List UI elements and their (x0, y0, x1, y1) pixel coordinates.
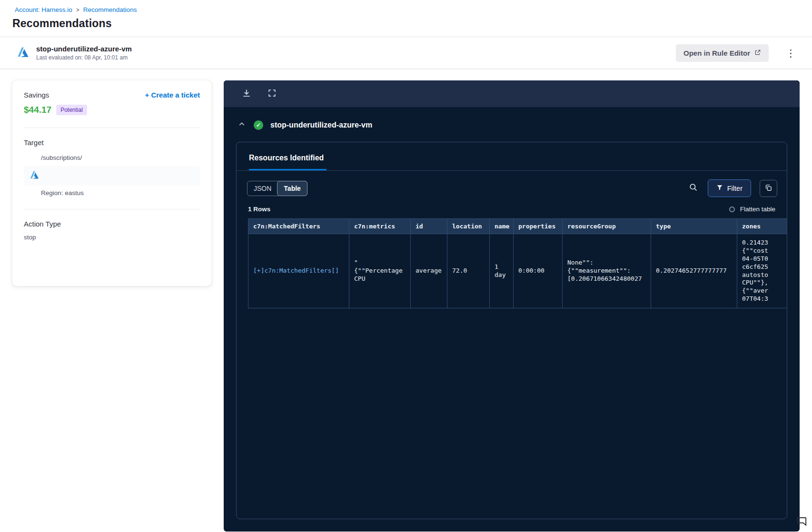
target-label: Target (24, 138, 200, 147)
last-evaluated-text: Last evaluated on: 08 Apr, 10:01 am (36, 54, 132, 61)
success-check-icon: ✓ (254, 120, 263, 130)
col-header-type: type (651, 219, 737, 234)
table-row: [+]c7n:MatchedFilters[] " {""Percentage … (248, 234, 787, 308)
target-subscription-path: /subscriptions/ (41, 154, 200, 161)
flatten-table-toggle[interactable]: Flatten table (729, 206, 775, 213)
col-header-metrics: c7n:metrics (349, 219, 411, 234)
col-header-zones: zones (737, 219, 787, 234)
breadcrumb: Account: Harness.io > Recommendations (0, 0, 812, 13)
potential-badge: Potential (56, 105, 87, 115)
col-header-location: location (447, 219, 490, 234)
col-header-resourcegroup: resourceGroup (563, 219, 651, 234)
savings-card: Savings + Create a ticket $44.17 Potenti… (12, 80, 211, 286)
open-in-rule-editor-label: Open in Rule Editor (683, 49, 750, 57)
header-title-block: stop-underutilized-azure-vm Last evaluat… (36, 45, 132, 61)
table-meta-row: 1 Rows Flatten table (237, 197, 787, 218)
expand-fullscreen-button[interactable] (267, 88, 277, 100)
flatten-toggle-dot (729, 207, 735, 212)
fullscreen-icon (267, 89, 277, 99)
table-header-row: c7n:MatchedFilters c7n:metrics id locati… (248, 219, 787, 234)
recommendation-header-bar: stop-underutilized-azure-vm Last evaluat… (0, 37, 812, 69)
cell-metrics: " {""Percentage CPU (349, 234, 411, 308)
cell-type: 0.20274652777777777 (651, 234, 737, 308)
panel-title-row: ✓ stop-underutilized-azure-vm (224, 107, 800, 130)
filter-button[interactable]: Filter (708, 179, 751, 197)
cell-matchedfilters-expander[interactable]: [+]c7n:MatchedFilters[] (248, 234, 349, 308)
resources-table: c7n:MatchedFilters c7n:metrics id locati… (248, 218, 787, 308)
card-divider (24, 128, 200, 128)
search-button[interactable] (688, 182, 699, 195)
resources-panel: Resources Identified JSON Table (236, 142, 787, 519)
panel-rule-title: stop-underutilized-azure-vm (270, 121, 372, 129)
breadcrumb-separator: > (76, 7, 79, 13)
page-title: Recommendations (12, 17, 812, 30)
view-toggle-table[interactable]: Table (277, 181, 307, 196)
col-header-matchedfilters: c7n:MatchedFilters (248, 219, 349, 234)
create-ticket-link[interactable]: + Create a ticket (145, 91, 200, 99)
tab-resources-identified[interactable]: Resources Identified (249, 154, 327, 170)
azure-target-icon (30, 173, 40, 181)
help-chat-button[interactable] (796, 515, 808, 529)
cell-properties: 0:00:00 (514, 234, 563, 308)
flatten-table-label: Flatten table (740, 206, 775, 213)
search-icon (689, 183, 698, 194)
view-toggle-json[interactable]: JSON (248, 181, 277, 196)
header-left: stop-underutilized-azure-vm Last evaluat… (17, 45, 132, 61)
copy-button[interactable] (760, 180, 777, 197)
download-icon (242, 89, 251, 99)
rows-count: 1 Rows (248, 206, 270, 213)
main-content: Savings + Create a ticket $44.17 Potenti… (0, 69, 812, 532)
action-type-label: Action Type (24, 220, 200, 228)
chat-bubble-icon (796, 521, 808, 529)
view-toggle: JSON Table (247, 181, 307, 196)
breadcrumb-account-link[interactable]: Account: Harness.io (15, 6, 72, 13)
header-right: Open in Rule Editor ⋮ (676, 44, 799, 62)
cell-name: 1 day (490, 234, 514, 308)
collapse-section-button[interactable] (237, 119, 247, 130)
chevron-up-icon (238, 120, 246, 129)
open-in-rule-editor-button[interactable]: Open in Rule Editor (676, 44, 769, 62)
col-header-properties: properties (514, 219, 563, 234)
col-header-id: id (411, 219, 447, 234)
external-link-icon (754, 49, 761, 57)
target-azure-row (24, 166, 200, 186)
panel-toolbar (224, 80, 800, 107)
savings-label: Savings (24, 91, 49, 99)
resources-table-wrap: c7n:MatchedFilters c7n:metrics id locati… (248, 218, 787, 308)
filter-label: Filter (727, 185, 743, 192)
tabs-row: Resources Identified (237, 142, 787, 171)
recommendation-detail-panel: ✓ stop-underutilized-azure-vm Resources … (224, 80, 800, 532)
target-region: Region: eastus (41, 189, 200, 197)
download-button[interactable] (241, 88, 252, 100)
filter-funnel-icon (716, 184, 723, 192)
recommendation-title: stop-underutilized-azure-vm (36, 45, 132, 53)
table-controls-row: JSON Table (237, 171, 787, 197)
azure-logo-icon (17, 46, 30, 60)
col-header-name: name (490, 219, 514, 234)
savings-amount: $44.17 (24, 105, 51, 115)
more-options-button[interactable]: ⋮ (783, 46, 799, 60)
card-divider (24, 209, 200, 209)
cell-resourcegroup: None"": {""measurement"": [0.20671066342… (563, 234, 651, 308)
action-type-value: stop (24, 234, 200, 241)
cell-id: average (411, 234, 447, 308)
breadcrumb-recommendations-link[interactable]: Recommendations (83, 6, 137, 13)
copy-icon (764, 184, 772, 193)
cell-location: 72.0 (447, 234, 490, 308)
table-actions: Filter (688, 179, 777, 197)
cell-zones: 0.21423 {""cost 04-05T0 c6cf625 autosto … (737, 234, 787, 308)
